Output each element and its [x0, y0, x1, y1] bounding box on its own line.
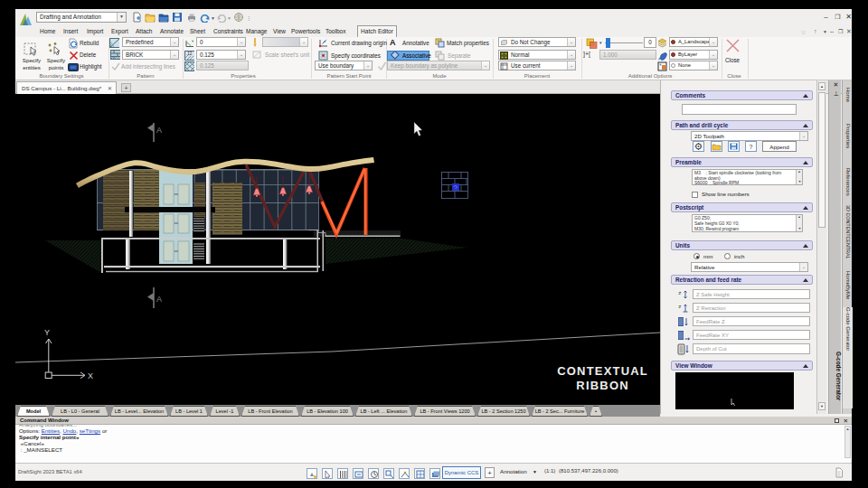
svg-text:X: X [88, 371, 93, 380]
svg-text:A: A [156, 295, 162, 304]
svg-text:A: A [156, 126, 162, 135]
svg-text:z: z [678, 304, 682, 310]
svg-text:z: z [678, 290, 682, 296]
svg-text:Y: Y [44, 328, 50, 337]
svg-text:.12: .12 [186, 52, 193, 56]
